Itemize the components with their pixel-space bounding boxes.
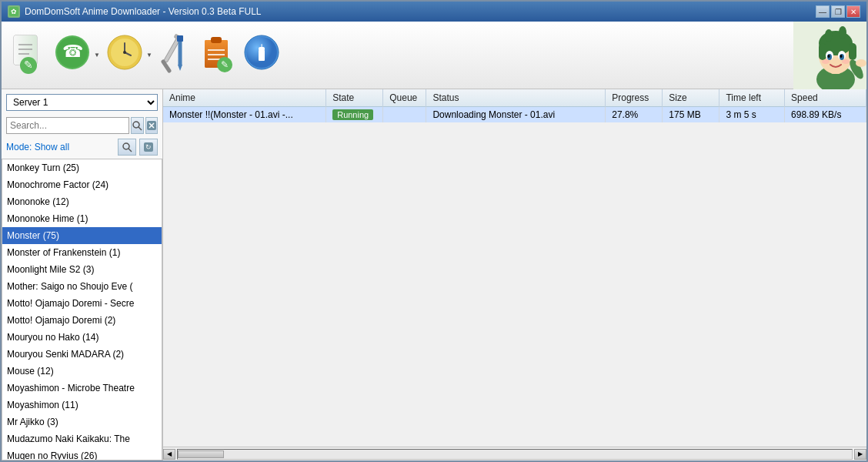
horizontal-scrollbar: ◀ ▶ [163, 447, 866, 460]
info-button[interactable]: i [242, 32, 282, 79]
mode-row: Mode: Show all ↻ [6, 139, 158, 156]
window-controls: — ❐ ✕ [816, 5, 860, 18]
table-header: Anime State Queue Status Progress Size T… [163, 89, 866, 107]
svg-line-57 [139, 127, 142, 130]
col-progress: Progress [606, 89, 663, 107]
new-button[interactable]: ✎ [8, 32, 48, 79]
server-select[interactable]: Server 1 [6, 94, 158, 111]
svg-line-20 [163, 62, 169, 71]
svg-point-55 [856, 59, 866, 67]
col-timeleft: Time left [719, 89, 785, 107]
svg-point-52 [822, 59, 830, 64]
app-icon: ✿ [8, 5, 20, 18]
list-item[interactable]: Monster of Frankenstein (1) [2, 244, 162, 261]
connect-button[interactable]: ☎ [52, 32, 92, 79]
cell-anime: Monster !!(Monster - 01.avi -... [163, 107, 326, 123]
settings-button[interactable] [157, 32, 192, 79]
svg-rect-36 [259, 47, 265, 51]
mode-label: Mode: Show all [6, 142, 115, 152]
content-area: Anime State Queue Status Progress Size T… [163, 89, 866, 460]
schedule-button[interactable] [105, 32, 145, 79]
list-item[interactable]: Mr Ajikko (3) [2, 413, 162, 430]
app-window: ✿ DomDomSoft Anime Downloader - Version … [0, 0, 868, 462]
anime-list: Monkey Turn (25)Monochrome Factor (24)Mo… [2, 159, 162, 460]
svg-line-62 [129, 149, 132, 152]
svg-rect-35 [259, 50, 265, 61]
svg-rect-43 [849, 43, 856, 60]
restore-button[interactable]: ❐ [831, 5, 845, 18]
svg-point-61 [123, 143, 129, 149]
list-item[interactable]: Monochrome Factor (24) [2, 176, 162, 193]
minimize-button[interactable]: — [816, 5, 830, 18]
scroll-right-button[interactable]: ▶ [854, 449, 866, 460]
window-title: DomDomSoft Anime Downloader - Version 0.… [25, 6, 261, 17]
schedule-dropdown-arrow[interactable]: ▼ [146, 52, 152, 59]
search-button[interactable] [131, 117, 144, 134]
list-button[interactable]: ✎ [197, 32, 237, 79]
connect-dropdown-arrow[interactable]: ▼ [94, 52, 100, 59]
svg-point-56 [133, 122, 139, 128]
svg-rect-26 [211, 37, 222, 43]
list-item[interactable]: Mouse (12) [2, 363, 162, 380]
svg-text:✿: ✿ [11, 8, 17, 15]
svg-text:☎: ☎ [62, 42, 83, 61]
list-item[interactable]: Mononoke (12) [2, 193, 162, 210]
title-bar-left: ✿ DomDomSoft Anime Downloader - Version … [8, 5, 261, 18]
table-row[interactable]: Monster !!(Monster - 01.avi -...RunningD… [163, 107, 866, 123]
list-item[interactable]: Monkey Turn (25) [2, 159, 162, 176]
list-item[interactable]: Mouryou Senki MADARA (2) [2, 346, 162, 363]
list-item[interactable]: Mononoke Hime (1) [2, 210, 162, 227]
svg-text:✎: ✎ [221, 59, 229, 70]
downloads-table: Anime State Queue Status Progress Size T… [163, 89, 866, 122]
cell-size: 175 MB [663, 107, 719, 123]
list-item[interactable]: Mother: Saigo no Shoujo Eve ( [2, 278, 162, 295]
svg-point-51 [840, 55, 843, 58]
col-speed: Speed [785, 89, 866, 107]
downloads-table-wrap: Anime State Queue Status Progress Size T… [163, 89, 866, 447]
sidebar: Server 1 [2, 89, 163, 460]
cell-state: Running [326, 107, 383, 123]
toolbar: ✎ ☎ ▼ [2, 22, 866, 89]
server-dropdown-row: Server 1 [6, 94, 158, 111]
downloads-tbody: Monster !!(Monster - 01.avi -...RunningD… [163, 107, 866, 123]
list-item[interactable]: Moonlight Mile S2 (3) [2, 261, 162, 278]
col-queue: Queue [383, 89, 426, 107]
mode-search-button[interactable] [118, 139, 136, 156]
list-item[interactable]: Mudazumo Naki Kaikaku: The [2, 430, 162, 447]
list-item[interactable]: Monster (75) [2, 227, 162, 244]
svg-point-50 [828, 55, 830, 58]
svg-rect-27 [208, 49, 225, 51]
svg-point-16 [123, 51, 126, 54]
svg-point-45 [839, 26, 846, 38]
col-status: Status [426, 89, 606, 107]
scrollbar-track-area [177, 449, 853, 460]
cell-speed: 698.89 KB/s [785, 107, 866, 123]
cell-status: Downloading Monster - 01.avi [426, 107, 606, 123]
svg-line-18 [166, 38, 179, 60]
svg-rect-22 [177, 35, 183, 42]
search-input[interactable] [6, 117, 129, 134]
list-item[interactable]: Motto! Ojamajo Doremi - Secre [2, 295, 162, 312]
search-row [6, 117, 158, 134]
scrollbar-track[interactable] [177, 449, 853, 460]
list-item[interactable]: Motto! Ojamajo Doremi (2) [2, 312, 162, 329]
list-item[interactable]: Mouryou no Hako (14) [2, 329, 162, 346]
svg-marker-23 [178, 65, 182, 71]
list-item[interactable]: Mugen no Ryvius (26) [2, 447, 162, 460]
list-item[interactable]: Moyashimon - Microbe Theatre [2, 380, 162, 397]
svg-point-53 [842, 59, 850, 64]
scrollbar-thumb[interactable] [178, 450, 224, 458]
close-button[interactable]: ✕ [846, 5, 860, 18]
cell-timeleft: 3 m 5 s [719, 107, 785, 123]
clear-search-button[interactable] [145, 117, 159, 134]
col-state: State [326, 89, 383, 107]
cell-progress: 27.8% [606, 107, 663, 123]
title-bar: ✿ DomDomSoft Anime Downloader - Version … [2, 2, 866, 22]
svg-text:✎: ✎ [24, 59, 33, 71]
list-item[interactable]: Moyashimon (11) [2, 397, 162, 413]
schedule-button-wrap: ▼ [105, 32, 152, 79]
scroll-left-button[interactable]: ◀ [163, 449, 175, 460]
cell-queue [383, 107, 426, 123]
mascot-image [790, 22, 866, 89]
mode-refresh-button[interactable]: ↻ [139, 139, 158, 156]
